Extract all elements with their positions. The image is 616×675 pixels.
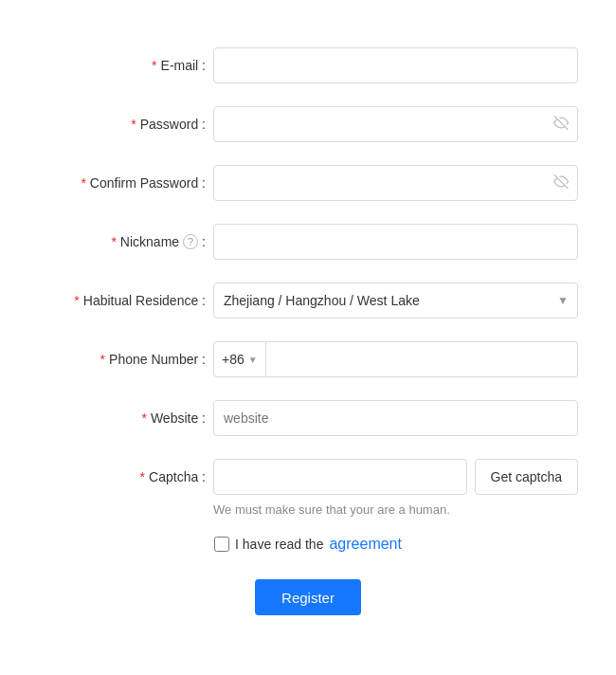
captcha-control: Get captcha — [213, 459, 578, 495]
captcha-label: * Captcha : — [38, 469, 213, 484]
confirm-password-row: * Confirm Password : — [38, 165, 578, 201]
confirm-password-required-star: * — [81, 175, 85, 191]
confirm-password-eye-icon[interactable] — [553, 174, 569, 192]
phone-label: * Phone Number : — [38, 352, 213, 367]
phone-row: * Phone Number : +86 ▼ — [38, 341, 578, 377]
phone-required-star: * — [100, 352, 105, 367]
registration-form: * E-mail : * Password : * Confi — [0, 19, 616, 644]
password-eye-icon[interactable] — [553, 116, 569, 134]
nickname-control — [213, 224, 578, 260]
website-required-star: * — [141, 410, 146, 426]
register-row: Register — [38, 579, 578, 615]
password-row: * Password : — [38, 106, 578, 142]
password-required-star: * — [131, 117, 136, 132]
website-input[interactable] — [213, 400, 578, 436]
email-required-star: * — [152, 58, 156, 73]
phone-prefix-arrow: ▼ — [248, 355, 258, 365]
agreement-text: I have read the — [235, 537, 323, 552]
nickname-input[interactable] — [213, 224, 578, 260]
phone-number-input[interactable] — [266, 341, 578, 377]
email-label: * E-mail : — [38, 58, 213, 73]
phone-input-group: +86 ▼ — [213, 341, 578, 377]
agreement-row: I have read the agreement — [38, 536, 578, 553]
phone-control: +86 ▼ — [213, 341, 578, 377]
register-button[interactable]: Register — [255, 579, 361, 615]
residence-control: Zhejiang / Hangzhou / West Lake ▼ — [213, 283, 578, 319]
phone-prefix-selector[interactable]: +86 ▼ — [213, 341, 266, 377]
residence-required-star: * — [74, 293, 79, 308]
website-control — [213, 400, 578, 436]
captcha-row: * Captcha : Get captcha — [38, 459, 578, 495]
website-row: * Website : — [38, 400, 578, 436]
get-captcha-button[interactable]: Get captcha — [475, 459, 579, 495]
residence-label: * Habitual Residence : — [38, 293, 213, 308]
nickname-row: * Nickname ? : — [38, 224, 578, 260]
captcha-hint: We must make sure that your are a human. — [213, 502, 578, 517]
website-label: * Website : — [38, 410, 213, 426]
captcha-input-group: Get captcha — [213, 459, 578, 495]
residence-row: * Habitual Residence : Zhejiang / Hangzh… — [38, 283, 578, 319]
nickname-label: * Nickname ? : — [38, 234, 213, 249]
password-control — [213, 106, 578, 142]
confirm-password-label: * Confirm Password : — [38, 175, 213, 191]
password-input[interactable] — [213, 106, 578, 142]
email-input[interactable] — [213, 47, 578, 83]
email-control — [213, 47, 578, 83]
confirm-password-input[interactable] — [213, 165, 578, 201]
captcha-input[interactable] — [213, 459, 467, 495]
password-label: * Password : — [38, 117, 213, 132]
agreement-link[interactable]: agreement — [329, 536, 402, 553]
nickname-help-icon[interactable]: ? — [183, 234, 198, 249]
residence-select[interactable]: Zhejiang / Hangzhou / West Lake — [213, 283, 578, 319]
email-row: * E-mail : — [38, 47, 578, 83]
confirm-password-control — [213, 165, 578, 201]
captcha-required-star: * — [140, 469, 145, 484]
agreement-checkbox[interactable] — [214, 537, 229, 552]
nickname-required-star: * — [111, 234, 116, 249]
